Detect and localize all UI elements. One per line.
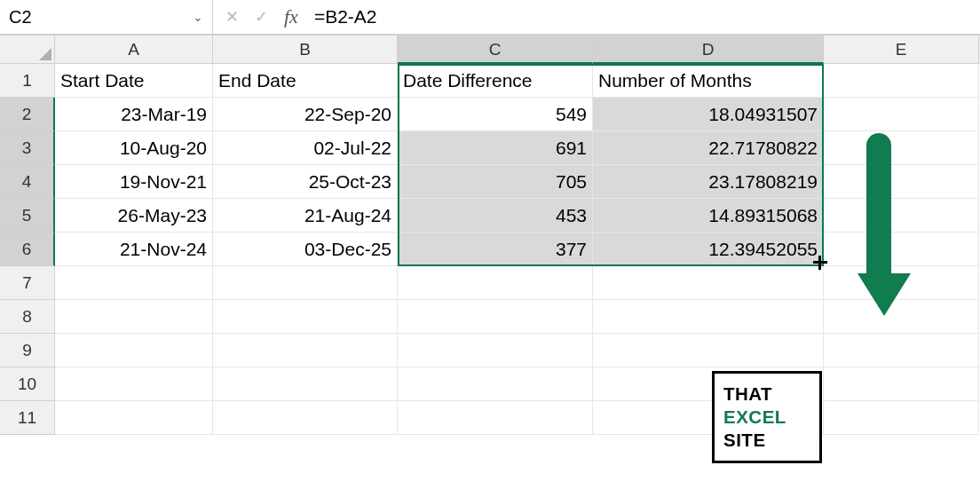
- name-box-value: C2: [9, 7, 32, 28]
- cell-E3[interactable]: [824, 131, 979, 165]
- table-row: 11: [0, 401, 980, 435]
- cell-C9[interactable]: [398, 334, 593, 367]
- table-row: 3 10-Aug-20 02-Jul-22 691 22.71780822: [0, 131, 980, 165]
- cell-B2[interactable]: 22-Sep-20: [213, 98, 398, 131]
- cell-A4[interactable]: 19-Nov-21: [55, 165, 213, 199]
- site-logo: THAT EXCEL SITE: [712, 371, 822, 463]
- table-row: 1 Start Date End Date Date Difference Nu…: [0, 64, 980, 98]
- arrow-down-icon: [858, 133, 900, 325]
- row-header-4[interactable]: 4: [0, 165, 55, 199]
- chevron-down-icon[interactable]: ⌄: [193, 10, 203, 24]
- cell-A7[interactable]: [55, 266, 213, 300]
- cell-E4[interactable]: [824, 165, 979, 199]
- row-header-5[interactable]: 5: [0, 199, 55, 233]
- enter-icon[interactable]: ✓: [255, 7, 268, 27]
- row-header-10[interactable]: 10: [0, 367, 55, 401]
- cell-B9[interactable]: [213, 334, 398, 367]
- table-row: 2 23-Mar-19 22-Sep-20 549 18.04931507: [0, 98, 980, 131]
- select-all-corner[interactable]: [0, 36, 55, 64]
- table-row: 6 21-Nov-24 03-Dec-25 377 12.39452055: [0, 233, 980, 266]
- cell-D6[interactable]: 12.39452055: [593, 233, 824, 266]
- cell-A8[interactable]: [55, 300, 213, 334]
- cell-A9[interactable]: [55, 334, 213, 367]
- cell-B4[interactable]: 25-Oct-23: [213, 165, 398, 199]
- cell-E10[interactable]: [824, 367, 979, 401]
- cell-A3[interactable]: 10-Aug-20: [55, 131, 213, 165]
- cell-C5[interactable]: 453: [398, 199, 593, 233]
- cell-A1[interactable]: Start Date: [55, 64, 213, 98]
- cell-E1[interactable]: [824, 64, 979, 98]
- logo-line: EXCEL: [723, 406, 810, 429]
- row-header-7[interactable]: 7: [0, 266, 55, 300]
- col-header-B[interactable]: B: [213, 36, 398, 64]
- cell-C2[interactable]: 549: [398, 98, 593, 131]
- cell-B1[interactable]: End Date: [213, 64, 398, 98]
- cell-D8[interactable]: [593, 300, 824, 334]
- row-header-6[interactable]: 6: [0, 233, 55, 266]
- cell-E5[interactable]: [824, 199, 979, 233]
- table-row: 8: [0, 300, 980, 334]
- row-header-1[interactable]: 1: [0, 64, 55, 98]
- cell-B5[interactable]: 21-Aug-24: [213, 199, 398, 233]
- cell-B7[interactable]: [213, 266, 398, 300]
- cell-C11[interactable]: [398, 401, 593, 435]
- cell-C7[interactable]: [398, 266, 593, 300]
- cell-C8[interactable]: [398, 300, 593, 334]
- cell-D2[interactable]: 18.04931507: [593, 98, 824, 131]
- cell-D9[interactable]: [593, 334, 824, 367]
- col-header-E[interactable]: E: [824, 36, 979, 64]
- table-row: 9: [0, 334, 980, 367]
- cell-D4[interactable]: 23.17808219: [593, 165, 824, 199]
- cell-A5[interactable]: 26-May-23: [55, 199, 213, 233]
- row-header-8[interactable]: 8: [0, 300, 55, 334]
- row-header-2[interactable]: 2: [0, 98, 55, 131]
- cell-A2[interactable]: 23-Mar-19: [55, 98, 213, 131]
- cell-C6[interactable]: 377: [398, 233, 593, 266]
- col-header-D[interactable]: D: [593, 36, 824, 64]
- cell-D1[interactable]: Number of Months: [593, 64, 824, 98]
- col-header-C[interactable]: C: [398, 36, 593, 64]
- cell-C4[interactable]: 705: [398, 165, 593, 199]
- cell-E11[interactable]: [824, 401, 979, 435]
- table-row: 5 26-May-23 21-Aug-24 453 14.89315068: [0, 199, 980, 233]
- cell-C1[interactable]: Date Difference: [398, 64, 593, 98]
- table-row: 10: [0, 367, 980, 401]
- formula-bar: C2 ⌄ ✕ ✓ fx =B2-A2: [0, 0, 980, 36]
- cell-E2[interactable]: [824, 98, 979, 131]
- cell-B3[interactable]: 02-Jul-22: [213, 131, 398, 165]
- cell-C3[interactable]: 691: [398, 131, 593, 165]
- cell-B10[interactable]: [213, 367, 398, 401]
- row-header-3[interactable]: 3: [0, 131, 55, 165]
- cell-A11[interactable]: [55, 401, 213, 435]
- cell-B6[interactable]: 03-Dec-25: [213, 233, 398, 266]
- logo-line: THAT: [723, 383, 810, 406]
- cell-D5[interactable]: 14.89315068: [593, 199, 824, 233]
- row-header-9[interactable]: 9: [0, 334, 55, 367]
- cell-D3[interactable]: 22.71780822: [593, 131, 824, 165]
- fx-icon[interactable]: fx: [284, 5, 298, 28]
- table-row: 4 19-Nov-21 25-Oct-23 705 23.17808219: [0, 165, 980, 199]
- cell-A6[interactable]: 21-Nov-24: [55, 233, 213, 266]
- cell-C10[interactable]: [398, 367, 593, 401]
- table-row: 7: [0, 266, 980, 300]
- row-header-11[interactable]: 11: [0, 401, 55, 435]
- cell-B8[interactable]: [213, 300, 398, 334]
- formula-bar-buttons: ✕ ✓ fx: [213, 5, 311, 28]
- name-box[interactable]: C2 ⌄: [0, 0, 213, 34]
- cell-D7[interactable]: [593, 266, 824, 300]
- column-headers: A B C D E: [0, 36, 980, 64]
- cancel-icon[interactable]: ✕: [225, 7, 239, 27]
- logo-line: SITE: [723, 429, 810, 452]
- col-header-A[interactable]: A: [55, 36, 213, 64]
- formula-input[interactable]: =B2-A2: [311, 6, 980, 28]
- spreadsheet-grid: A B C D E 1 Start Date End Date Date Dif…: [0, 36, 980, 435]
- cell-B11[interactable]: [213, 401, 398, 435]
- cell-E6[interactable]: [824, 233, 979, 266]
- cell-E9[interactable]: [824, 334, 979, 367]
- cell-A10[interactable]: [55, 367, 213, 401]
